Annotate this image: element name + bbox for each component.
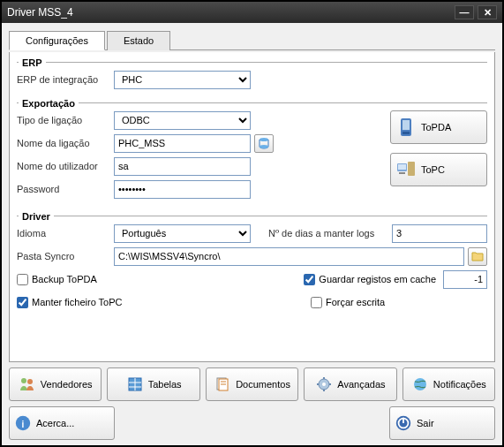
gear-icon — [315, 375, 333, 393]
svg-point-25 — [414, 378, 426, 390]
notificacoes-button[interactable]: Notificações — [402, 367, 495, 401]
folder-icon — [471, 251, 484, 261]
days-input[interactable] — [392, 224, 487, 243]
user-input[interactable] — [114, 157, 251, 176]
power-icon — [395, 414, 412, 432]
tab-body: ERP ERP de integração PHC Exportação Tip… — [9, 52, 495, 362]
svg-point-9 — [21, 378, 26, 383]
client-area: Configurações Estado ERP ERP de integraç… — [2, 23, 502, 445]
info-icon: i — [14, 414, 32, 432]
forcar-escrita-checkbox[interactable]: Forçar escrita — [311, 297, 487, 308]
conn-type-select[interactable]: ODBC — [114, 111, 251, 130]
folder-input[interactable] — [114, 247, 464, 266]
cache-value-input[interactable] — [443, 270, 487, 289]
conn-name-label: Nome da ligação — [17, 138, 114, 148]
conn-name-input[interactable] — [114, 134, 251, 153]
days-label: Nº de dias a manter logs — [268, 228, 392, 239]
acerca-button[interactable]: i Acerca... — [9, 406, 115, 440]
group-erp-label: ERP — [19, 57, 46, 68]
close-button[interactable]: ✕ — [478, 5, 497, 19]
erp-integration-label: ERP de integração — [17, 74, 114, 85]
vendedores-button[interactable]: Vendedores — [9, 367, 102, 401]
table-icon — [126, 375, 144, 393]
avancadas-button[interactable]: Avançadas — [304, 367, 396, 401]
svg-point-20 — [322, 383, 326, 386]
password-input[interactable] — [114, 180, 251, 199]
svg-point-1 — [260, 145, 268, 148]
topc-button-label: ToPC — [421, 164, 445, 175]
tab-configuracoes[interactable]: Configurações — [9, 31, 105, 50]
erp-integration-select[interactable]: PHC — [114, 71, 251, 89]
documentos-button[interactable]: Documentos — [206, 367, 298, 401]
conn-type-label: Tipo de ligação — [17, 115, 114, 125]
manter-topc-checkbox[interactable]: Manter ficheiro ToPC — [17, 297, 123, 308]
topda-button-label: ToPDA — [421, 122, 451, 133]
pda-icon — [396, 117, 416, 137]
topc-button[interactable]: ToPC — [390, 153, 487, 186]
svg-rect-7 — [408, 162, 415, 176]
tabstrip: Configurações Estado — [9, 30, 495, 50]
topda-button[interactable]: ToPDA — [390, 110, 487, 144]
svg-point-10 — [27, 379, 33, 384]
svg-rect-6 — [398, 164, 406, 170]
minimize-button[interactable]: — — [455, 5, 474, 19]
toolbar: Vendedores Tabelas Documentos Avançadas … — [9, 367, 495, 401]
svg-text:i: i — [22, 420, 25, 429]
group-driver: Idioma Português Nº de dias a manter log… — [17, 216, 487, 312]
pc-icon — [396, 160, 416, 179]
group-erp: ERP de integração PHC — [17, 62, 487, 89]
tab-estado[interactable]: Estado — [107, 31, 170, 50]
guardar-cache-checkbox[interactable]: Guardar registos em cache — [304, 274, 436, 285]
globe-icon — [411, 375, 429, 393]
svg-point-0 — [260, 138, 268, 141]
tabelas-button[interactable]: Tabelas — [107, 367, 199, 401]
folder-label: Pasta Syncro — [17, 251, 114, 261]
window-title: Driver MSS_4 — [7, 6, 451, 19]
svg-rect-4 — [402, 132, 410, 134]
app-window: Driver MSS_4 — ✕ Configurações Estado ER… — [0, 0, 504, 447]
svg-rect-8 — [399, 172, 405, 174]
database-icon — [258, 137, 270, 149]
people-icon — [19, 375, 36, 393]
sair-button[interactable]: Sair — [389, 406, 495, 440]
password-label: Password — [17, 184, 114, 194]
lang-select[interactable]: Português — [114, 224, 251, 243]
document-icon — [214, 375, 231, 393]
svg-rect-3 — [402, 120, 410, 130]
bottom-bar: i Acerca... Sair — [9, 406, 495, 440]
group-export: Tipo de ligação ODBC Nome da ligação — [17, 102, 487, 202]
folder-browse-button[interactable] — [468, 247, 487, 266]
group-driver-label: Driver — [19, 211, 54, 222]
titlebar: Driver MSS_4 — ✕ — [2, 2, 502, 23]
user-label: Nome do utilizador — [17, 161, 114, 171]
group-export-label: Exportação — [19, 98, 79, 109]
backup-topda-checkbox[interactable]: Backup ToPDA — [17, 274, 97, 285]
conn-name-edit-button[interactable] — [254, 134, 274, 153]
lang-label: Idioma — [17, 228, 114, 239]
